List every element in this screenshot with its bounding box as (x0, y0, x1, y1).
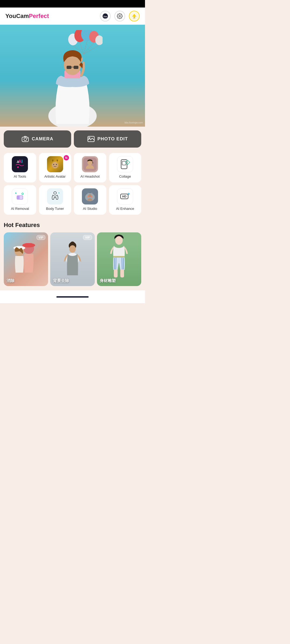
camera-button[interactable]: CAMERA (4, 130, 71, 148)
hero-person (0, 25, 145, 127)
youcam-icon: You Cam (102, 13, 108, 19)
header: YouCam Perfect You Cam VIP (0, 8, 145, 25)
logo-you: You (5, 13, 16, 20)
svg-point-54 (88, 194, 92, 197)
svg-text:HD: HD (122, 195, 126, 198)
ai-removal-icon (12, 188, 28, 204)
svg-text:You: You (103, 15, 107, 18)
watermark: bbs.liuxingw.com (125, 121, 143, 124)
svg-point-35 (53, 164, 54, 165)
ai-enhance-icon: HD (117, 188, 133, 204)
feature-artistic-avatar[interactable]: N Artistic Avatar (39, 153, 71, 182)
svg-point-24 (27, 138, 28, 139)
svg-point-66 (69, 245, 76, 253)
hero-banner: bbs.liuxingw.com (0, 25, 145, 127)
collage-label: Collage (119, 174, 131, 179)
svg-text:VIP: VIP (133, 17, 136, 19)
svg-point-30 (17, 166, 19, 168)
camera-label: CAMERA (32, 136, 53, 142)
logo-perfect: Perfect (29, 13, 49, 20)
svg-point-65 (70, 241, 75, 246)
svg-point-23 (24, 138, 27, 141)
camera-icon (21, 135, 29, 143)
hot-feature-shen-cai[interactable]: 身材雕塑 (97, 232, 141, 286)
svg-rect-19 (67, 66, 71, 69)
svg-rect-20 (74, 66, 78, 69)
logo-cam: Cam (16, 13, 29, 20)
settings-button[interactable] (114, 11, 125, 21)
svg-point-26 (89, 137, 90, 139)
collage-icon (117, 156, 133, 172)
action-buttons-row: CAMERA PHOTO EDIT (0, 127, 145, 151)
feature-ai-tools[interactable]: A I AI Tools (4, 153, 36, 182)
hot-features-title: Hot Features (4, 222, 141, 229)
ai-enhance-label: AI Enhance (116, 207, 134, 211)
svg-point-3 (119, 15, 121, 17)
ai-studio-icon (82, 188, 98, 204)
ai-studio-label: AI Studio (83, 207, 97, 211)
svg-text:Cam: Cam (104, 18, 107, 19)
home-indicator (56, 296, 89, 298)
svg-rect-60 (25, 243, 32, 246)
artistic-avatar-icon (47, 156, 63, 172)
feature-grid: A I AI Tools N (0, 151, 145, 217)
svg-point-36 (56, 164, 57, 165)
svg-point-68 (115, 236, 123, 245)
hot-feature-illustration-1 (9, 238, 44, 281)
svg-point-34 (52, 162, 58, 168)
hot-feature-illustration-3 (104, 232, 134, 281)
ai-tools-label: AI Tools (14, 174, 26, 179)
svg-text:A: A (18, 159, 21, 164)
feature-collage[interactable]: Collage (109, 153, 142, 182)
feature-ai-removal[interactable]: AI Removal (4, 185, 36, 215)
settings-icon (117, 13, 123, 19)
vip-crown-icon: VIP (131, 13, 137, 19)
ai-headshot-icon (82, 156, 98, 172)
hot-feature-label-2: 背景去除 (53, 278, 69, 283)
feature-ai-studio[interactable]: AI Studio (74, 185, 106, 215)
new-badge: N (64, 155, 69, 160)
feature-ai-enhance[interactable]: HD AI Enhance (109, 185, 142, 215)
svg-rect-74 (120, 269, 124, 277)
svg-rect-73 (114, 269, 118, 277)
photo-edit-icon (87, 135, 95, 143)
ai-removal-label: AI Removal (11, 207, 29, 211)
status-bar (0, 0, 145, 8)
vip-badge-2: VIP (83, 235, 92, 240)
body-tuner-icon (47, 188, 63, 204)
hot-feature-xiao-chu[interactable]: VIP 消除 (4, 232, 48, 286)
feature-body-tuner[interactable]: Body Tuner (39, 185, 71, 215)
body-tuner-label: Body Tuner (46, 207, 64, 211)
bottom-navigation (0, 290, 145, 303)
app-logo[interactable]: YouCam Perfect (5, 13, 49, 20)
photo-edit-label: PHOTO EDIT (97, 136, 128, 142)
hot-features-grid: VIP 消除 VIP (4, 232, 141, 286)
artistic-avatar-label: Artistic Avatar (44, 174, 66, 179)
svg-rect-44 (17, 196, 20, 199)
header-icons: You Cam VIP (100, 11, 140, 21)
photo-edit-button[interactable]: PHOTO EDIT (74, 130, 141, 148)
ai-headshot-label: AI Headshot (80, 174, 100, 179)
feature-ai-headshot[interactable]: AI Headshot (74, 153, 106, 182)
hot-feature-label-3: 身材雕塑 (100, 278, 116, 283)
hot-feature-illustration-2 (59, 240, 86, 281)
vip-button[interactable]: VIP (129, 11, 140, 21)
hot-features-section: Hot Features VIP 消除 (0, 217, 145, 286)
svg-text:I: I (21, 159, 23, 164)
svg-line-70 (116, 257, 116, 270)
youcam-logo-button[interactable]: You Cam (100, 11, 111, 21)
hot-feature-bei-jing[interactable]: VIP 背景去除 (50, 232, 95, 286)
svg-rect-75 (113, 256, 125, 258)
ai-tools-icon: A I (12, 156, 28, 172)
svg-line-71 (122, 257, 122, 270)
